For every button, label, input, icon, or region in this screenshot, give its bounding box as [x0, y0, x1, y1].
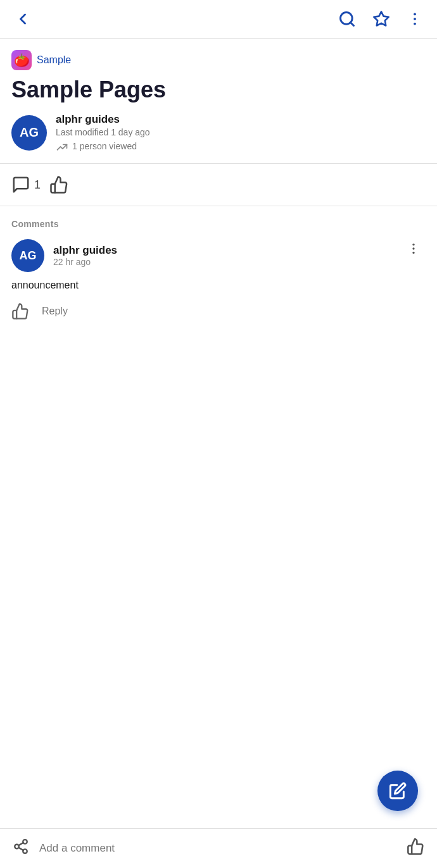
bookmark-button[interactable] [370, 8, 393, 30]
svg-line-1 [350, 22, 353, 25]
views-icon [56, 140, 68, 152]
comment-text: announcement [11, 272, 426, 296]
back-button[interactable] [11, 8, 34, 30]
svg-marker-2 [374, 11, 388, 25]
comment-like-icon [11, 302, 29, 320]
comment-avatar: AG [11, 239, 44, 272]
comment-author-info: alphr guides 22 hr ago [53, 244, 117, 267]
author-info: alphr guides Last modified 1 day ago 1 p… [56, 113, 150, 152]
svg-point-4 [414, 18, 416, 20]
add-comment-input[interactable] [39, 842, 396, 855]
breadcrumb: 🍅 Sample [0, 39, 437, 70]
views-row: 1 person viewed [56, 140, 150, 152]
author-name: alphr guides [56, 113, 150, 126]
bottom-like-button[interactable] [407, 838, 424, 859]
edit-icon [389, 782, 407, 800]
comment-reply-label: Reply [42, 306, 68, 317]
comment-time: 22 hr ago [53, 257, 117, 267]
comment-author-row: AG alphr guides 22 hr ago [11, 239, 117, 272]
edit-fab[interactable] [377, 771, 418, 811]
like-icon [49, 175, 68, 194]
top-bar-right [336, 8, 426, 30]
svg-point-7 [412, 247, 414, 249]
share-icon [13, 838, 29, 855]
comment-like-button[interactable] [11, 299, 29, 324]
app-icon: 🍅 [11, 50, 32, 70]
svg-point-3 [414, 13, 416, 15]
comment-header: AG alphr guides 22 hr ago [11, 239, 426, 272]
comment-actions: Reply [11, 296, 426, 326]
comment-more-button[interactable] [402, 239, 426, 258]
breadcrumb-link[interactable]: Sample [37, 54, 71, 66]
more-options-button[interactable] [404, 8, 426, 30]
bottom-like-icon [407, 838, 424, 855]
comment-count: 1 [34, 178, 41, 192]
reactions-bar: 1 [0, 164, 437, 206]
like-reaction[interactable] [49, 175, 68, 194]
top-bar-left [11, 8, 34, 30]
author-last-modified: Last modified 1 day ago [56, 127, 150, 137]
svg-line-13 [18, 843, 23, 845]
comments-label: Comments [11, 206, 426, 239]
views-count: 1 person viewed [72, 141, 137, 151]
author-row: AG alphr guides Last modified 1 day ago … [11, 113, 426, 152]
bottom-bar [0, 828, 437, 868]
svg-line-12 [18, 848, 23, 850]
comment-item: AG alphr guides 22 hr ago announcement [11, 239, 426, 337]
comment-reaction[interactable]: 1 [11, 175, 41, 194]
page-header: Sample Pages AG alphr guides Last modifi… [0, 70, 437, 163]
svg-point-5 [414, 23, 416, 25]
comment-more-icon [407, 242, 421, 256]
author-avatar: AG [11, 115, 47, 151]
share-button[interactable] [13, 838, 29, 859]
comment-icon [11, 175, 30, 194]
top-bar [0, 0, 437, 39]
page-title: Sample Pages [11, 77, 426, 103]
svg-point-8 [412, 252, 414, 254]
comment-author-name: alphr guides [53, 244, 117, 257]
comment-reply-button[interactable]: Reply [42, 302, 68, 321]
comments-section: Comments AG alphr guides 22 hr ago annou… [0, 206, 437, 337]
search-button[interactable] [336, 8, 358, 30]
svg-point-6 [412, 244, 414, 245]
